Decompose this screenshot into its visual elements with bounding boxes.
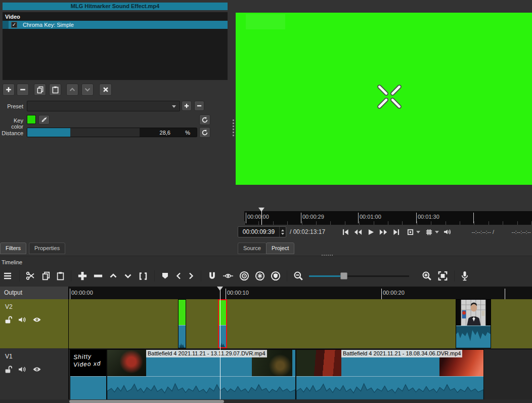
- filter-row-chroma-key[interactable]: ✓ Chroma Key: Simple: [3, 21, 228, 29]
- chevron-up-icon: [69, 86, 76, 93]
- move-filter-up-button[interactable]: [66, 84, 78, 96]
- copy-filters-button[interactable]: [34, 84, 46, 96]
- ruler-tick: [381, 289, 382, 299]
- overwrite-button[interactable]: [123, 272, 132, 280]
- ripple-delete-button[interactable]: [93, 271, 103, 281]
- preset-combobox[interactable]: [27, 101, 180, 111]
- output-track-header[interactable]: Output: [0, 287, 68, 299]
- timeline-ruler[interactable]: 00:00:00 00:00:10 00:00:20: [69, 287, 532, 299]
- tab-filters[interactable]: Filters: [0, 243, 26, 254]
- skip-to-start-button[interactable]: [340, 227, 351, 237]
- timeline-zoom-out-button[interactable]: [293, 271, 303, 281]
- grid-button[interactable]: [424, 227, 434, 237]
- tab-properties[interactable]: Properties: [29, 243, 65, 254]
- add-filter-button[interactable]: [3, 84, 15, 96]
- distance-value[interactable]: 28,6: [160, 130, 170, 136]
- timeline-zoom-slider[interactable]: [309, 271, 409, 280]
- position-spinner[interactable]: [279, 227, 286, 237]
- deselect-filter-button[interactable]: [99, 84, 112, 96]
- rewind-button[interactable]: [352, 227, 364, 237]
- distance-reset-button[interactable]: [199, 127, 210, 138]
- filter-row-marker: [3, 21, 9, 29]
- track-hide-button[interactable]: [32, 315, 41, 324]
- video-preview[interactable]: [236, 13, 532, 185]
- timeline-zoom-in-button[interactable]: [422, 271, 432, 281]
- position-value[interactable]: 00:00:09:39: [238, 228, 279, 235]
- timeline-menu-button[interactable]: [3, 272, 13, 280]
- timeline-scrollbar[interactable]: [0, 399, 532, 403]
- next-marker-button[interactable]: [188, 272, 195, 280]
- zoom-toggle-caret-icon[interactable]: [416, 231, 420, 233]
- fast-forward-button[interactable]: [378, 227, 389, 237]
- skip-to-end-button[interactable]: [390, 227, 402, 237]
- volume-button[interactable]: [442, 227, 453, 237]
- ripple-button[interactable]: [239, 271, 249, 281]
- timeline-tracks-area[interactable]: 00:00:00 00:00:10 00:00:20: [68, 287, 532, 399]
- append-button[interactable]: [77, 271, 87, 281]
- filter-enabled-checkbox[interactable]: ✓: [11, 22, 17, 28]
- track-hide-button[interactable]: [32, 365, 41, 374]
- zoom-toggle-button[interactable]: [405, 227, 415, 237]
- paste-filters-button[interactable]: [49, 84, 61, 96]
- track-lock-button[interactable]: [4, 365, 13, 374]
- track-header-v1[interactable]: V1: [0, 349, 68, 399]
- copy-icon: [36, 86, 44, 94]
- lock-open-icon: [4, 315, 13, 324]
- color-picker-button[interactable]: [38, 115, 50, 125]
- spin-down-icon[interactable]: [281, 233, 284, 235]
- timeline-scrollbar-thumb[interactable]: [69, 400, 224, 403]
- position-spinbox[interactable]: 00:00:09:39: [238, 226, 286, 237]
- ripple-markers-button[interactable]: [271, 271, 281, 281]
- remove-filter-button[interactable]: [17, 84, 29, 96]
- save-preset-button[interactable]: [182, 101, 192, 111]
- track-mute-button[interactable]: [18, 365, 27, 374]
- play-button[interactable]: [365, 227, 376, 237]
- hitmarker-clip-1[interactable]: [178, 299, 186, 348]
- track-v1-lane[interactable]: Shitty Video xd Battlefield 4 2021.11.21…: [69, 349, 532, 399]
- tab-project[interactable]: Project: [266, 243, 294, 254]
- distance-slider[interactable]: 28,6 %: [27, 128, 197, 137]
- marker-button[interactable]: [161, 272, 169, 280]
- filter-list[interactable]: Video ✓ Chroma Key: Simple: [3, 12, 228, 80]
- track-mute-button[interactable]: [18, 315, 27, 324]
- panel-splitter-handle[interactable]: [233, 119, 234, 136]
- zoom-fit-button[interactable]: [437, 271, 448, 281]
- move-filter-down-button[interactable]: [81, 84, 94, 96]
- battlefield-clip-1[interactable]: Battlefield 4 2021.11.21 - 13.11.29.07.D…: [107, 349, 296, 399]
- key-color-swatch[interactable]: [27, 115, 36, 124]
- tab-source[interactable]: Source: [238, 243, 267, 254]
- player-scrubber[interactable]: 00:00:00 00:00:29 00:01:00 00:01:30: [244, 211, 532, 225]
- key-color-reset-button[interactable]: [199, 114, 210, 125]
- track-v2-lane[interactable]: [69, 299, 532, 348]
- spin-up-icon[interactable]: [281, 229, 284, 231]
- mlg-overlay-clip[interactable]: [456, 299, 491, 348]
- battlefield-clip-2[interactable]: Battlefield 4 2021.11.21 - 18.08.34.06.D…: [296, 349, 484, 399]
- zoom-slider-handle[interactable]: [340, 272, 347, 279]
- split-button[interactable]: [138, 272, 148, 280]
- lift-button[interactable]: [109, 272, 118, 280]
- prev-marker-button[interactable]: [175, 272, 182, 280]
- split-icon: [138, 272, 148, 280]
- timeline-playhead-line[interactable]: [220, 287, 220, 399]
- grid-caret-icon[interactable]: [435, 231, 439, 233]
- ripple-all-tracks-button[interactable]: [255, 271, 265, 281]
- timeline-panel: Timeline: [0, 256, 532, 403]
- track-lock-button[interactable]: [4, 315, 13, 324]
- player-playhead-line[interactable]: [261, 211, 262, 225]
- track-header-v2[interactable]: V2: [0, 299, 68, 348]
- intro-clip[interactable]: Shitty Video xd: [70, 349, 107, 399]
- delete-preset-button[interactable]: [194, 101, 204, 111]
- paste-button[interactable]: [56, 271, 65, 280]
- player-playhead-handle[interactable]: [258, 208, 264, 212]
- snap-button[interactable]: [207, 271, 217, 281]
- cut-button[interactable]: [26, 271, 36, 280]
- record-audio-button[interactable]: [461, 271, 469, 281]
- timeline-playhead-handle[interactable]: [217, 287, 223, 291]
- hitmarker-clip-2-selected[interactable]: [218, 299, 227, 348]
- scrub-while-dragging-button[interactable]: [223, 272, 234, 280]
- filter-name: Chroma Key: Simple: [23, 22, 74, 28]
- clip-waveform: [456, 326, 491, 347]
- copy-button[interactable]: [41, 271, 51, 280]
- copy-icon: [41, 271, 51, 280]
- play-icon: [368, 229, 374, 235]
